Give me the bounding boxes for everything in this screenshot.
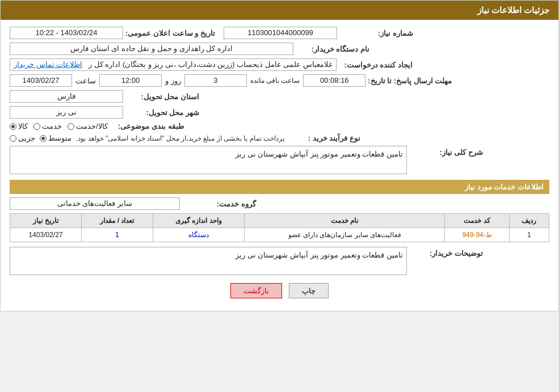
- deadline-row: مهلت ارسال پاسخ: تا تاریخ: 00:08:16 ساعت…: [10, 74, 549, 87]
- service-group-label: گروه خدمت:: [182, 200, 256, 208]
- city-value: نی ریز: [10, 106, 123, 119]
- purchase-type-option-motaset[interactable]: متوسط: [40, 134, 72, 142]
- general-desc-wrapper: تامین قطعات وتعمیر موتور پنز آبپاش شهرست…: [10, 146, 407, 174]
- deadline-label: مهلت ارسال پاسخ: تا تاریخ:: [368, 77, 452, 85]
- col-header-date: تاریخ نیاز: [10, 214, 82, 228]
- col-header-row: ردیف: [509, 214, 549, 228]
- purchase-type-row: نوع فرآیند خرید : پرداخت تمام یا بخشی از…: [10, 134, 549, 142]
- buyer-notes-wrapper: تامین قطعات وتعمیر موتور پنز آبپاش شهرست…: [10, 247, 407, 275]
- buyer-notes-label: توضیحات خریدار:: [409, 247, 483, 258]
- province-row: استان محل تحویل: فارس: [10, 90, 549, 103]
- category-option-kala-khedmat-label: کالا/خدمت: [76, 122, 108, 130]
- category-radio-kala-khedmat[interactable]: [68, 123, 74, 130]
- back-button[interactable]: بازگشت: [230, 283, 282, 298]
- need-number-row: شماره نیاز: 1103001044000099 تاریخ و ساع…: [10, 27, 549, 39]
- need-number-label: شماره نیاز:: [339, 29, 413, 37]
- table-cell-0: 1: [509, 228, 549, 242]
- deadline-date-value: 1403/02/27: [10, 74, 72, 87]
- purchase-type-option-jozii[interactable]: جزیی: [10, 134, 35, 142]
- buyer-notes-value[interactable]: تامین قطعات وتعمیر موتور پنز آبپاش شهرست…: [10, 247, 407, 275]
- category-radio-khedmat[interactable]: [33, 123, 40, 130]
- purchase-type-group: پرداخت تمام یا بخشی از مبلغ خرید،از محل …: [10, 134, 284, 142]
- deadline-time-label: ساعت: [75, 77, 96, 85]
- category-radio-kala[interactable]: [10, 123, 16, 130]
- category-option-kala[interactable]: کالا: [10, 122, 28, 130]
- general-desc-row: شرح کلی نیاز: تامین قطعات وتعمیر موتور پ…: [10, 146, 549, 174]
- creator-contact-link[interactable]: اطلاعات تماس خریدار: [14, 60, 82, 69]
- general-desc-value[interactable]: تامین قطعات وتعمیر موتور پنز آبپاش شهرست…: [10, 146, 407, 174]
- category-option-kala-khedmat[interactable]: کالا/خدمت: [68, 122, 108, 130]
- province-label: استان محل تحویل:: [125, 92, 199, 101]
- deadline-remaining-value: 00:08:16: [303, 74, 365, 87]
- col-header-qty: تعداد / مقدار: [81, 214, 153, 228]
- creator-text: غلامعباس علمی عامل ذیحساب (زرین دشت،دارا…: [89, 60, 333, 69]
- service-group-row: گروه خدمت: سایر فعالیت‌های خدماتی: [10, 197, 549, 210]
- buyer-notes-row: توضیحات خریدار: تامین قطعات وتعمیر موتور…: [10, 247, 549, 275]
- purchase-type-note: پرداخت تمام یا بخشی از مبلغ خرید،از محل …: [76, 134, 284, 142]
- page-title: جزئیات اطلاعات نیاز: [477, 5, 549, 15]
- services-section-title: اطلاعات خدمات مورد نیاز: [10, 180, 549, 194]
- category-row: طبقه بندی موضوعی: کالا/خدمت خدمت کالا: [10, 122, 549, 130]
- deadline-time-value: 12:00: [99, 74, 162, 87]
- announce-date-label: تاریخ و ساعت اعلان عمومی:: [125, 29, 215, 37]
- purchase-type-jozii-label: جزیی: [18, 134, 35, 142]
- buyer-org-row: نام دستگاه خریدار: اداره کل راهداری و حم…: [10, 43, 549, 55]
- city-row: شهر محل تحویل: نی ریز: [10, 106, 549, 119]
- page-header: جزئیات اطلاعات نیاز: [1, 1, 558, 20]
- col-header-code: کد خدمت: [445, 214, 509, 228]
- city-label: شهر محل تحویل:: [125, 108, 199, 117]
- category-options: کالا/خدمت خدمت کالا: [10, 122, 108, 130]
- button-row: چاپ بازگشت: [10, 283, 549, 298]
- table-cell-3: دستگاه: [153, 228, 244, 242]
- table-cell-5: 1403/02/27: [10, 228, 82, 242]
- purchase-type-radio-jozii[interactable]: [10, 135, 16, 142]
- purchase-type-label: نوع فرآیند خرید :: [287, 134, 360, 142]
- deadline-days-value: 3: [184, 74, 247, 87]
- buyer-org-label: نام دستگاه خریدار:: [296, 45, 369, 53]
- announce-date-value: 1403/02/24 - 10:22: [10, 27, 123, 39]
- page-wrapper: جزئیات اطلاعات نیاز شماره نیاز: 11030010…: [0, 0, 559, 311]
- col-header-name: نام خدمت: [244, 214, 444, 228]
- category-option-kala-label: کالا: [18, 122, 28, 130]
- deadline-days-label: روز و: [165, 77, 181, 85]
- content-area: شماره نیاز: 1103001044000099 تاریخ و ساع…: [1, 20, 558, 311]
- table-cell-4: 1: [81, 228, 153, 242]
- category-label: طبقه بندی موضوعی:: [110, 122, 184, 130]
- category-option-khedmat[interactable]: خدمت: [33, 122, 62, 130]
- table-row: 1ط-94-949فعالیت‌های سایر سازمان‌های دارا…: [10, 228, 549, 242]
- general-desc-label: شرح کلی نیاز:: [409, 146, 483, 157]
- creator-value: غلامعباس علمی عامل ذیحساب (زرین دشت،دارا…: [10, 58, 337, 71]
- col-header-unit: واحد اندازه گیری: [153, 214, 244, 228]
- service-group-value: سایر فعالیت‌های خدماتی: [10, 197, 180, 210]
- category-option-khedmat-label: خدمت: [42, 122, 62, 130]
- table-cell-1: ط-94-949: [445, 228, 509, 242]
- buyer-org-value: اداره کل راهداری و حمل و نقل جاده ای است…: [10, 43, 293, 55]
- province-value: فارس: [10, 90, 123, 103]
- purchase-type-radio-motaset[interactable]: [40, 135, 47, 142]
- table-cell-2: فعالیت‌های سایر سازمان‌های دارای عضو: [244, 228, 444, 242]
- deadline-remaining-label: ساعت باقی مانده: [250, 77, 300, 85]
- creator-label: ایجاد کننده درخواست:: [339, 61, 413, 69]
- print-button[interactable]: چاپ: [289, 283, 329, 298]
- purchase-type-motaset-label: متوسط: [48, 134, 72, 142]
- deadline-group: 00:08:16 ساعت باقی مانده 3 روز و 12:00 س…: [10, 74, 365, 87]
- need-number-value: 1103001044000099: [224, 27, 337, 39]
- services-table: ردیف کد خدمت نام خدمت واحد اندازه گیری ت…: [10, 213, 549, 242]
- creator-row: ایجاد کننده درخواست: غلامعباس علمی عامل …: [10, 58, 549, 71]
